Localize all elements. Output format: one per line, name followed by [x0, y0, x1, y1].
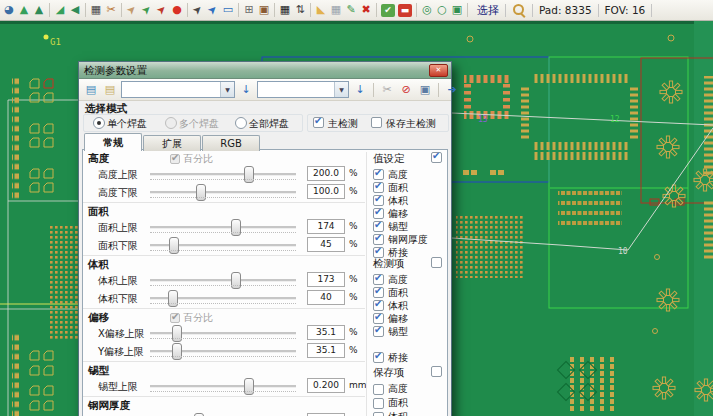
value-input[interactable]: 45 [307, 237, 345, 252]
item-checkbox[interactable] [373, 182, 384, 193]
magnifier-icon[interactable] [512, 3, 526, 17]
pcb-label-10: 10 [618, 247, 628, 256]
check-item: 高度 [373, 273, 449, 286]
radio-单个焊盘[interactable] [93, 117, 105, 129]
tab-extended[interactable]: 扩展 [143, 135, 201, 151]
select-mode-button[interactable]: 选择 [477, 3, 499, 18]
load-template-alt-icon[interactable]: ▤ [102, 82, 118, 98]
save-icon[interactable]: ▣ [417, 82, 433, 98]
slider-row: 高度上限200.0% [83, 165, 365, 183]
stop-icon[interactable]: ▬ [398, 4, 412, 17]
value-input[interactable]: 174 [307, 219, 345, 234]
square-dot-icon[interactable]: ▣ [450, 2, 464, 18]
template-combo-1[interactable]: ▼ [121, 81, 235, 98]
delete-icon[interactable]: ✖ [359, 2, 373, 18]
slider-label: 面积下限 [98, 239, 138, 253]
slider-track[interactable] [150, 350, 296, 353]
apply-template-1-icon[interactable]: ↓ [238, 82, 254, 98]
tools-icon[interactable]: ✂ [104, 2, 118, 18]
item-checkbox[interactable] [373, 398, 384, 409]
grid-icon[interactable]: ▦ [329, 2, 343, 18]
value-input[interactable]: 200.0 [307, 166, 345, 181]
open-project-icon[interactable]: ◕ [2, 2, 16, 18]
chevron-down-icon[interactable]: ▼ [220, 82, 234, 97]
item-checkbox[interactable] [373, 384, 384, 395]
cone-icon[interactable]: ◀ [68, 2, 82, 18]
edit-icon[interactable]: ✎ [344, 2, 358, 18]
slider-label: 高度上限 [98, 168, 138, 182]
record-circle-icon[interactable]: ◎ [420, 2, 434, 18]
radio-多个焊盘[interactable] [165, 117, 177, 129]
slider-track[interactable] [150, 226, 296, 229]
sort-icon[interactable]: ⇅ [293, 2, 307, 18]
unit-label: % [349, 186, 358, 196]
slider-track[interactable] [150, 297, 296, 300]
slider-track[interactable] [150, 244, 296, 247]
checkbox-保存主检测[interactable] [371, 117, 382, 128]
item-checkbox[interactable] [373, 287, 384, 298]
toolbar-separator [416, 3, 417, 17]
tab-rgb[interactable]: RGB [202, 135, 260, 151]
block-icon[interactable]: ⊘ [398, 82, 414, 98]
close-button[interactable]: ✕ [429, 64, 448, 77]
value-input[interactable]: 173 [307, 272, 345, 287]
radio-全部焊盘[interactable] [235, 117, 247, 129]
confirm-icon[interactable]: ✔ [381, 4, 395, 17]
dialog-titlebar[interactable]: 检测参数设置 ✕ [79, 62, 451, 79]
measure-b-icon[interactable]: ▲ [32, 2, 46, 18]
load-template-icon[interactable]: ▤ [83, 82, 99, 98]
edit-disabled-icon[interactable]: ✂ [379, 82, 395, 98]
item-checkbox[interactable] [373, 221, 384, 232]
camera-icon[interactable]: ▣ [257, 2, 271, 18]
checkbox-主检测[interactable] [313, 117, 324, 128]
master-checkbox[interactable] [431, 152, 442, 163]
value-input[interactable]: 35.1 [307, 325, 345, 340]
unit-label: % [349, 292, 358, 302]
value-input[interactable]: 100.0 [307, 184, 345, 199]
toolbar-separator [85, 3, 86, 17]
master-checkbox[interactable] [431, 257, 442, 268]
item-checkbox[interactable] [373, 274, 384, 285]
item-checkbox[interactable] [373, 208, 384, 219]
value-input[interactable]: 35.1 [307, 343, 345, 358]
screen-capture-icon[interactable]: ▦ [89, 2, 103, 18]
master-checkbox[interactable] [431, 366, 442, 377]
circle-icon[interactable]: ○ [435, 2, 449, 18]
item-checkbox[interactable] [373, 234, 384, 245]
slider-label: 高度下限 [98, 186, 138, 200]
slider-track[interactable] [150, 173, 296, 176]
slider-track[interactable] [150, 385, 296, 388]
group-title: 锡型 [88, 364, 109, 378]
group-title: 偏移 [88, 311, 109, 325]
slider-track[interactable] [150, 332, 296, 335]
ruler-triangle-icon[interactable]: ◢ [53, 2, 67, 18]
slider-track[interactable] [150, 279, 296, 282]
group-title: 体积 [88, 258, 109, 272]
toolbar-separator [376, 3, 377, 17]
value-input[interactable]: 40 [307, 290, 345, 305]
chevron-down-icon[interactable]: ▼ [334, 82, 348, 97]
percent-checkbox[interactable] [170, 313, 180, 323]
value-input[interactable]: 0.200 [307, 378, 345, 393]
apply-template-2-icon[interactable]: ↓ [352, 82, 368, 98]
percent-label: 百分比 [183, 152, 213, 166]
exit-icon[interactable]: ➔ [444, 82, 460, 98]
check-item-label: 体积 [388, 194, 408, 208]
item-checkbox[interactable] [373, 352, 384, 363]
check-panel-保存项: 保存项高度面积体积偏移 [373, 366, 449, 416]
item-checkbox[interactable] [373, 195, 384, 206]
slider-track[interactable] [150, 191, 296, 194]
item-checkbox[interactable] [373, 412, 384, 416]
param-group: 锡型锡型上限0.200mm [83, 361, 365, 396]
set-square-icon[interactable]: ◣ [314, 2, 328, 18]
item-checkbox[interactable] [373, 326, 384, 337]
measure-a-icon[interactable]: ▲ [17, 2, 31, 18]
item-checkbox[interactable] [373, 169, 384, 180]
grid-window-icon[interactable]: ⊞ [242, 2, 256, 18]
percent-checkbox[interactable] [170, 154, 180, 164]
item-checkbox[interactable] [373, 313, 384, 324]
item-checkbox[interactable] [373, 300, 384, 311]
tiles-icon[interactable]: ▦ [278, 2, 292, 18]
tab-general[interactable]: 常规 [84, 133, 142, 151]
template-combo-2[interactable]: ▼ [257, 81, 349, 98]
